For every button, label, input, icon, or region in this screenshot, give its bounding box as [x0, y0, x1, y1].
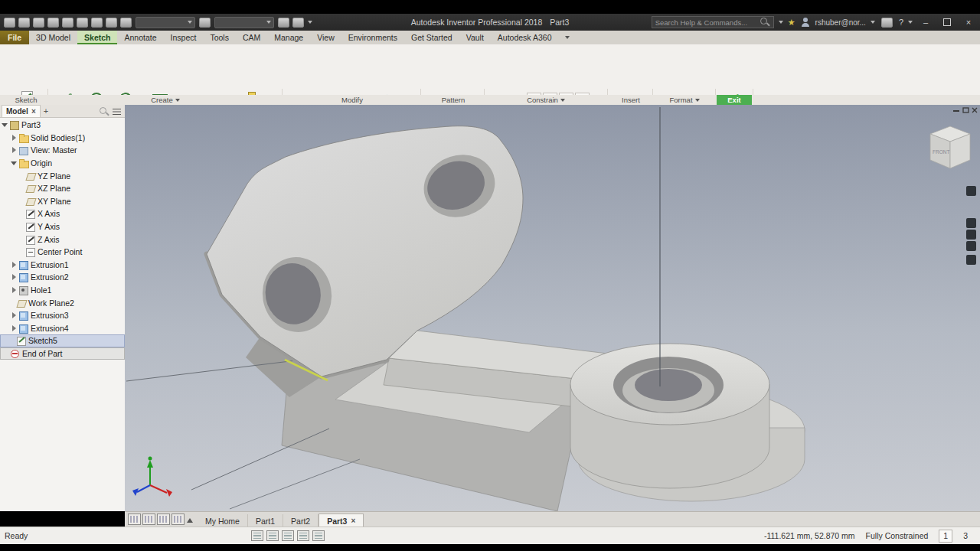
tree-item-hole1[interactable]: Hole1 [0, 284, 125, 297]
arrange-windows-icon[interactable] [157, 514, 170, 525]
redo-icon[interactable] [77, 18, 88, 28]
close-tab-icon[interactable]: × [351, 517, 355, 525]
adjust-icon[interactable] [278, 18, 289, 28]
degrees-of-freedom-icon[interactable] [312, 530, 325, 541]
model-boss[interactable] [570, 344, 769, 488]
annotation-scale-icon[interactable] [251, 530, 263, 541]
help-icon[interactable]: ? [899, 18, 903, 27]
viewport-minimize-icon[interactable] [953, 110, 959, 112]
browser-tab-close-icon[interactable]: × [31, 107, 36, 116]
expand-arrow-icon[interactable] [11, 262, 17, 268]
tab-3d-model[interactable]: 3D Model [29, 31, 77, 44]
tree-item-extrusion2[interactable]: Extrusion2 [0, 271, 125, 284]
collapse-arrow-icon[interactable] [2, 122, 8, 128]
appearance-combo[interactable] [214, 17, 274, 28]
browser-menu-icon[interactable] [112, 107, 122, 116]
expand-dock-icon[interactable] [187, 518, 193, 523]
tree-item-xz-plane[interactable]: XZ Plane [0, 182, 125, 195]
navigation-bar[interactable] [966, 186, 976, 265]
tab-vault[interactable]: Vault [459, 31, 491, 44]
tab-get-started[interactable]: Get Started [404, 31, 459, 44]
tree-item-y-axis[interactable]: Y Axis [0, 220, 125, 233]
tree-item-yz-plane[interactable]: YZ Plane [0, 169, 125, 182]
minimize-button[interactable]: – [917, 14, 934, 31]
expand-arrow-icon[interactable] [11, 274, 17, 280]
slice-graphics-icon[interactable] [297, 530, 309, 541]
tree-item-part3[interactable]: Part3 [0, 119, 125, 132]
search-input[interactable]: Search Help & Commands... [652, 16, 774, 28]
maximize-button[interactable] [939, 14, 956, 31]
zoom-icon[interactable] [966, 230, 976, 240]
tab-manage[interactable]: Manage [267, 31, 310, 44]
viewport-window-controls[interactable] [953, 108, 977, 112]
tab-tools[interactable]: Tools [203, 31, 236, 44]
model-canvas[interactable]: FRONT [125, 105, 980, 511]
save-icon[interactable] [47, 18, 59, 28]
tree-item-extrusion4[interactable]: Extrusion4 [0, 322, 125, 335]
collapse-arrow-icon[interactable] [11, 160, 17, 166]
search-scope-icon[interactable] [779, 21, 783, 24]
doc-tab-part3[interactable]: Part3 × [318, 514, 364, 527]
favorites-star-icon[interactable]: ★ [788, 18, 795, 28]
tree-item-extrusion1[interactable]: Extrusion1 [0, 259, 125, 272]
expand-arrow-icon[interactable] [11, 325, 17, 331]
tree-item-work-plane2[interactable]: Work Plane2 [0, 296, 125, 309]
signed-in-user[interactable]: rshuber@nor... [815, 18, 866, 27]
close-button[interactable]: × [960, 14, 977, 31]
expand-arrow-icon[interactable] [11, 287, 17, 293]
look-at-icon[interactable] [966, 255, 976, 265]
graphics-viewport[interactable]: FRONT [125, 105, 980, 511]
group-label-constrain[interactable]: Constrain [485, 95, 606, 105]
viewport-restore-icon[interactable] [963, 108, 969, 112]
pan-icon[interactable] [966, 218, 976, 228]
ribbon-display-options-icon[interactable] [558, 31, 577, 44]
tile-windows-icon[interactable] [128, 514, 141, 525]
sketch-view-icon[interactable] [120, 18, 132, 28]
tab-environments[interactable]: Environments [341, 31, 404, 44]
user-menu-icon[interactable] [871, 21, 875, 24]
cascade-windows-icon[interactable] [142, 514, 155, 525]
group-label-create[interactable]: Create [51, 95, 280, 105]
new-file-icon[interactable] [18, 18, 30, 28]
tree-item-origin[interactable]: Origin [0, 157, 125, 170]
home-icon[interactable] [91, 18, 103, 28]
print-icon[interactable] [106, 18, 117, 28]
tab-file[interactable]: File [0, 31, 29, 44]
grid-display-icon[interactable] [266, 530, 279, 541]
browser-search-icon[interactable] [99, 106, 109, 116]
tree-item-xy-plane[interactable]: XY Plane [0, 195, 125, 208]
orbit-icon[interactable] [966, 241, 976, 251]
expand-arrow-icon[interactable] [11, 147, 17, 153]
undo-icon[interactable] [62, 18, 74, 28]
viewcube-front-label[interactable]: FRONT [933, 149, 949, 155]
doc-tab-part1[interactable]: Part1 [248, 514, 283, 527]
view-cube[interactable]: FRONT [930, 126, 970, 168]
sketch-line[interactable] [230, 459, 360, 509]
tab-cam[interactable]: CAM [236, 31, 267, 44]
tab-view[interactable]: View [310, 31, 341, 44]
group-label-format[interactable]: Format [654, 95, 715, 105]
sketch-line[interactable] [191, 429, 329, 490]
open-icon[interactable] [33, 18, 44, 28]
help-menu-icon[interactable] [908, 21, 913, 24]
tab-sketch[interactable]: Sketch [77, 31, 117, 44]
snap-icon[interactable] [282, 530, 294, 541]
tree-item-center-point[interactable]: Center Point [0, 246, 125, 259]
cart-icon[interactable] [881, 18, 893, 28]
tree-item-extrusion3[interactable]: Extrusion3 [0, 309, 125, 322]
app-menu-icon[interactable] [4, 18, 15, 28]
viewport-close-icon[interactable] [972, 108, 977, 112]
doc-tab-my-home[interactable]: My Home [198, 514, 248, 527]
tree-item-z-axis[interactable]: Z Axis [0, 233, 125, 246]
search-icon[interactable] [760, 17, 770, 28]
tab-annotate[interactable]: Annotate [117, 31, 163, 44]
switch-window-icon[interactable] [172, 514, 185, 525]
nav-wheel-icon[interactable] [966, 186, 976, 196]
expand-arrow-icon[interactable] [11, 312, 17, 318]
color-wheel-icon[interactable] [199, 18, 211, 28]
tab-inspect[interactable]: Inspect [164, 31, 204, 44]
measure-icon[interactable] [292, 18, 304, 28]
tree-item-sketch5[interactable]: Sketch5 [0, 334, 125, 347]
tab-autodesk-a360[interactable]: Autodesk A360 [491, 31, 559, 44]
qat-customize-icon[interactable] [308, 21, 312, 24]
